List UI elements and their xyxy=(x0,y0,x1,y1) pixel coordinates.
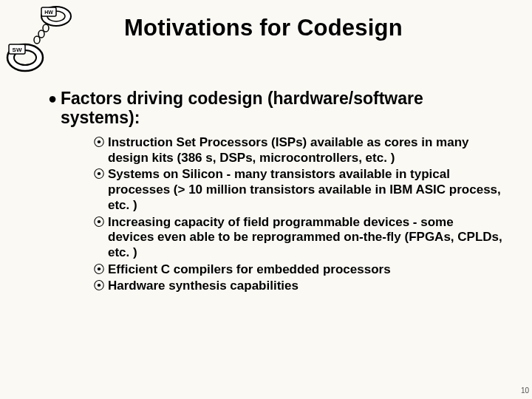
svg-point-5 xyxy=(34,36,40,44)
slide-content: ● Factors driving codesign (hardware/sof… xyxy=(44,89,502,296)
sub-bullet-item: ⦿ Increasing capacity of field programma… xyxy=(93,215,502,261)
sub-bullet-item: ⦿ Instruction Set Processors (ISPs) avai… xyxy=(93,135,502,166)
sub-bullet-icon: ⦿ xyxy=(93,262,108,277)
sub-bullet-icon: ⦿ xyxy=(93,279,108,293)
handcuff-hw-sw-icon: HW SW xyxy=(4,3,86,84)
sub-bullet-list: ⦿ Instruction Set Processors (ISPs) avai… xyxy=(93,135,502,294)
sub-bullet-icon: ⦿ xyxy=(93,167,108,182)
hw-label: HW xyxy=(44,10,53,15)
bullet-icon: ● xyxy=(44,89,61,108)
page-number: 10 xyxy=(521,386,529,395)
sw-label: SW xyxy=(13,47,22,53)
sub-bullet-item: ⦿ Systems on Silicon - many transistors … xyxy=(93,167,502,213)
main-bullet-item: ● Factors driving codesign (hardware/sof… xyxy=(44,89,502,128)
sub-bullet-item: ⦿ Hardware synthesis capabilities xyxy=(93,279,502,294)
sub-bullet-text: Systems on Silicon - many transistors av… xyxy=(108,167,502,213)
main-bullet-text: Factors driving codesign (hardware/softw… xyxy=(61,89,502,128)
sub-bullet-text: Instruction Set Processors (ISPs) availa… xyxy=(108,135,502,166)
svg-point-4 xyxy=(38,30,44,38)
sub-bullet-text: Hardware synthesis capabilities xyxy=(108,279,299,294)
sub-bullet-icon: ⦿ xyxy=(93,135,108,150)
slide: HW SW Motivations for Codesign ● Factors… xyxy=(0,0,532,399)
sub-bullet-item: ⦿ Efficient C compilers for embedded pro… xyxy=(93,262,502,278)
sub-bullet-text: Efficient C compilers for embedded proce… xyxy=(108,262,391,278)
sub-bullet-icon: ⦿ xyxy=(93,215,108,230)
svg-point-3 xyxy=(43,24,49,32)
slide-title: Motivations for Codesign xyxy=(124,15,403,41)
sub-bullet-text: Increasing capacity of field programmabl… xyxy=(108,215,502,261)
